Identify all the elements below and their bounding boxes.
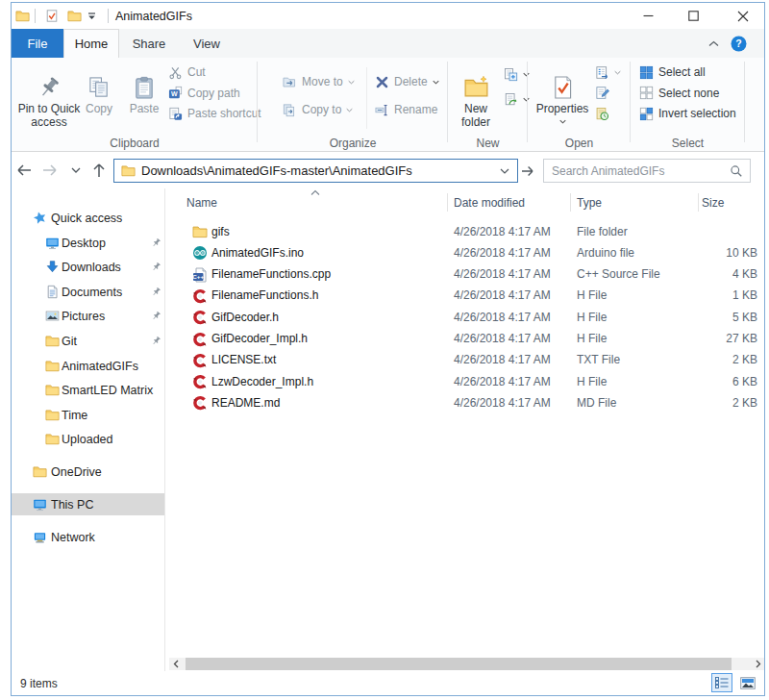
quick-access-star-icon: [33, 211, 47, 225]
sidebar-item-network[interactable]: Network: [12, 526, 164, 548]
tab-share[interactable]: Share: [119, 29, 179, 58]
paste-button[interactable]: Paste: [125, 60, 163, 137]
edit-button[interactable]: [595, 84, 609, 103]
qat-new-folder-button[interactable]: [67, 3, 82, 29]
rename-button[interactable]: Rename: [375, 100, 437, 119]
select-none-button[interactable]: Select none: [639, 84, 719, 103]
pin-to-quick-access-button[interactable]: Pin to Quick access: [15, 60, 83, 137]
select-all-button[interactable]: Select all: [639, 62, 706, 82]
column-header-size[interactable]: Size: [702, 192, 724, 212]
search-input[interactable]: [544, 160, 730, 182]
collapse-ribbon-icon[interactable]: [708, 40, 719, 47]
close-icon: [737, 11, 749, 22]
column-divider: [698, 193, 699, 212]
properties-caret-icon: [559, 119, 566, 124]
recent-locations-caret[interactable]: [65, 160, 87, 181]
easy-access-icon: [504, 92, 518, 107]
qat-properties-button[interactable]: [45, 3, 59, 29]
copy-path-button[interactable]: Copy path: [168, 84, 240, 103]
tab-file[interactable]: File: [12, 29, 63, 58]
file-row-animatedgifs-ino[interactable]: AnimatedGIFs.ino 4/26/2018 4:17 AM Ardui…: [165, 242, 764, 263]
maximize-button[interactable]: [679, 3, 708, 29]
file-row-filenamefunctions-cpp[interactable]: FilenameFunctions.cpp 4/26/2018 4:17 AM …: [165, 264, 764, 286]
back-button[interactable]: [13, 160, 35, 181]
search-icon[interactable]: [730, 164, 743, 178]
paste-shortcut-icon: [168, 107, 183, 121]
edit-icon: [595, 86, 609, 100]
history-button[interactable]: [595, 104, 609, 123]
go-to-button[interactable]: [519, 159, 536, 183]
address-history-caret[interactable]: [500, 168, 509, 174]
h-file-icon: [192, 332, 208, 347]
forward-button[interactable]: [39, 160, 61, 181]
items-count: 9 items: [20, 677, 58, 690]
new-item-button[interactable]: [504, 64, 530, 84]
horizontal-scrollbar[interactable]: [169, 658, 764, 670]
sidebar-item-smartled-matrix[interactable]: SmartLED Matrix: [12, 379, 164, 401]
invert-selection-button[interactable]: Invert selection: [639, 104, 736, 123]
address-folder-icon: [121, 163, 136, 178]
network-icon: [33, 530, 47, 544]
paste-shortcut-button[interactable]: Paste shortcut: [168, 104, 261, 123]
thumbnails-view-button[interactable]: [737, 673, 758, 692]
sidebar-item-this-pc[interactable]: This PC: [12, 493, 164, 515]
move-to-caret-icon: [348, 80, 355, 85]
cut-button[interactable]: Cut: [168, 62, 206, 82]
tab-view[interactable]: View: [179, 29, 235, 58]
column-divider: [570, 193, 571, 212]
window-title: AnimatedGIFs: [115, 3, 192, 29]
sidebar-item-documents[interactable]: Documents: [12, 281, 164, 303]
file-row-gifdecoder-h[interactable]: GifDecoder.h 4/26/2018 4:17 AM H File 5 …: [165, 307, 764, 328]
sidebar-item-downloads[interactable]: Downloads: [12, 256, 164, 278]
details-view-button[interactable]: [711, 673, 732, 692]
sidebar-item-quick-access[interactable]: Quick access: [12, 207, 164, 229]
scrollbar-thumb[interactable]: [186, 658, 732, 670]
minimize-icon: [643, 11, 654, 21]
group-label-select: Select: [631, 137, 745, 150]
close-button[interactable]: [728, 3, 757, 29]
folder-icon: [192, 224, 208, 239]
file-row-readme-md[interactable]: README.md 4/26/2018 4:17 AM MD File 2 KB: [165, 392, 764, 413]
delete-button[interactable]: Delete: [375, 72, 439, 91]
address-bar[interactable]: Downloads\AnimatedGIFs-master\AnimatedGI…: [113, 159, 518, 183]
h-file-icon: [192, 374, 208, 389]
sidebar-item-pictures[interactable]: Pictures: [12, 305, 164, 327]
file-row-lzwdecoder-impl-h[interactable]: LzwDecoder_Impl.h 4/26/2018 4:17 AM H Fi…: [165, 371, 764, 392]
column-header-type[interactable]: Type: [577, 192, 602, 212]
open-icon: [595, 65, 609, 80]
file-row-gifs[interactable]: gifs 4/26/2018 4:17 AM File folder: [165, 221, 764, 242]
scroll-left-icon[interactable]: [169, 658, 182, 670]
properties-button[interactable]: Properties: [534, 60, 590, 137]
move-to-button[interactable]: Move to: [283, 72, 355, 91]
column-header-name[interactable]: Name: [186, 192, 217, 212]
copy-to-button[interactable]: Copy to: [283, 100, 353, 119]
ribbon-group-clipboard: Pin to Quick access Copy Paste Cut C: [12, 58, 258, 151]
pin-icon: [151, 311, 161, 321]
sidebar-item-desktop[interactable]: Desktop: [12, 232, 164, 254]
up-button[interactable]: [88, 160, 110, 181]
help-icon[interactable]: ?: [731, 36, 747, 52]
file-row-gifdecoder-impl-h[interactable]: GifDecoder_Impl.h 4/26/2018 4:17 AM H Fi…: [165, 329, 764, 350]
sidebar-item-time[interactable]: Time: [12, 404, 164, 426]
sidebar-item-animatedgifs[interactable]: AnimatedGIFs: [12, 355, 164, 377]
file-row-filenamefunctions-h[interactable]: FilenameFunctions.h 4/26/2018 4:17 AM H …: [165, 286, 764, 307]
open-button[interactable]: [595, 62, 621, 82]
desktop-icon: [45, 236, 60, 250]
open-caret-icon: [614, 70, 621, 75]
column-header-date-modified[interactable]: Date modified: [454, 192, 525, 212]
copy-button[interactable]: Copy: [81, 60, 117, 137]
group-label-clipboard: Clipboard: [12, 137, 258, 150]
easy-access-button[interactable]: [504, 89, 530, 109]
new-folder-button[interactable]: New folder: [453, 60, 499, 137]
minimize-button[interactable]: [633, 3, 663, 29]
scroll-right-icon[interactable]: [752, 658, 764, 670]
sidebar-item-uploaded[interactable]: Uploaded: [12, 428, 164, 450]
file-row-license-txt[interactable]: LICENSE.txt 4/26/2018 4:17 AM TXT File 2…: [165, 350, 764, 371]
scrollbar-track[interactable]: [182, 658, 752, 670]
tab-home[interactable]: Home: [63, 29, 119, 58]
properties-icon: [551, 60, 575, 100]
sidebar-item-git[interactable]: Git: [12, 330, 164, 352]
copy-path-icon: [168, 86, 183, 100]
sidebar-item-onedrive[interactable]: OneDrive: [12, 461, 164, 483]
qat-customize-caret[interactable]: [87, 3, 96, 29]
